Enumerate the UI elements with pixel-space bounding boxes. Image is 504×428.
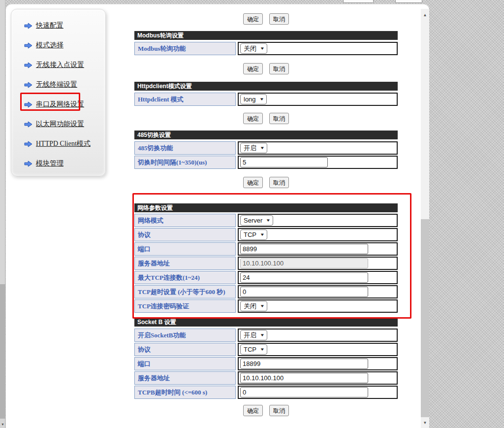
button-row: 确定 取消: [134, 13, 398, 25]
chevron-down-icon: ▼: [260, 304, 265, 308]
ok-button[interactable]: 确定: [243, 63, 263, 74]
button-row: 确定 取消: [134, 113, 398, 124]
scroll-down-icon[interactable]: ▼: [421, 419, 429, 427]
section-header-socket-b: Socket B 设置: [134, 318, 398, 327]
content-scrollbar-thumb[interactable]: [421, 219, 429, 417]
content-scrollbar[interactable]: ▲ ▼: [421, 9, 429, 428]
page-background: ▼ 快速配置 模式选择 无线接入点设置 无线终端设置 串口及网络设置 以太网功能: [0, 0, 504, 428]
sidebar-item-ethernet[interactable]: 以太网功能设置: [24, 114, 105, 134]
ok-button[interactable]: 确定: [243, 177, 263, 188]
network-mode-select[interactable]: Server▼: [240, 215, 273, 226]
chevron-down-icon: ▼: [260, 146, 265, 150]
row-value: TCP▼: [238, 343, 398, 356]
cancel-button[interactable]: 取消: [269, 113, 289, 124]
sidebar-item-label[interactable]: 串口及网络设置: [36, 100, 84, 109]
sidebar-item-module-mgmt[interactable]: 模块管理: [24, 154, 105, 173]
httpdclient-mode-select[interactable]: long▼: [240, 94, 267, 104]
row-label: TCPB超时时间 (<=600 s): [134, 386, 236, 399]
row-value: 开启▼: [238, 141, 398, 155]
protocol-select[interactable]: TCP▼: [240, 230, 267, 240]
arrow-right-icon: [24, 121, 32, 128]
chevron-down-icon: ▼: [260, 333, 265, 337]
arrow-right-icon: [24, 82, 32, 88]
section-header-httpdclient: Httpdclient模式设置: [134, 82, 398, 91]
sidebar-item-serial-network[interactable]: 串口及网络设置: [24, 95, 105, 114]
button-row: 确定 取消: [134, 63, 398, 74]
tcp-timeout-input[interactable]: [240, 287, 368, 297]
ok-button[interactable]: 确定: [243, 405, 263, 416]
sidebar-item-mode-select[interactable]: 模式选择: [24, 35, 105, 55]
arrow-right-icon: [24, 62, 32, 68]
chevron-down-icon: ▼: [260, 347, 265, 352]
row-label: TCP连接密码验证: [134, 299, 236, 313]
left-frame-scrollbar[interactable]: ▼: [0, 0, 5, 428]
socketb-port-input[interactable]: [240, 359, 368, 369]
row-value: [238, 242, 398, 256]
chevron-down-icon: ▼: [260, 46, 265, 51]
row-value: [238, 371, 398, 385]
cancel-button[interactable]: 取消: [269, 405, 289, 416]
row-label: 端口: [134, 242, 236, 256]
ok-button[interactable]: 确定: [243, 13, 263, 25]
row-label: Httpdclient 模式: [134, 93, 236, 106]
sidebar-item-label[interactable]: HTTPD Client模式: [36, 139, 91, 148]
cutoff-ok-button[interactable]: [343, 0, 374, 3]
cancel-button[interactable]: 取消: [269, 63, 289, 74]
arrow-right-icon: [24, 161, 32, 167]
arrow-right-icon: [24, 141, 32, 147]
section-header-network-params: 网络参数设置: [134, 203, 398, 212]
row-label: 服务器地址: [134, 257, 236, 270]
row-label: 最大TCP连接数(1~24): [134, 271, 236, 284]
row-value: [238, 271, 398, 284]
sidebar-item-label[interactable]: 无线接入点设置: [36, 61, 84, 69]
sidebar-item-httpd-client[interactable]: HTTPD Client模式: [24, 134, 105, 154]
tcp-password-auth-select[interactable]: 关闭▼: [240, 301, 267, 311]
ok-button[interactable]: 确定: [243, 113, 263, 124]
cutoff-cancel-button[interactable]: [395, 0, 422, 3]
tcpb-timeout-input[interactable]: [240, 387, 368, 397]
row-value: 开启▼: [238, 329, 398, 342]
cancel-button[interactable]: 取消: [269, 13, 289, 25]
485-switch-select[interactable]: 开启▼: [240, 143, 267, 153]
row-label: TCP超时设置 (小于等于600 秒): [134, 285, 236, 298]
sidebar-item-wireless-ap[interactable]: 无线接入点设置: [24, 55, 105, 75]
arrow-right-icon: [24, 42, 32, 49]
socketb-enable-select[interactable]: 开启▼: [240, 330, 267, 340]
scroll-down-icon[interactable]: ▼: [0, 422, 5, 427]
section-header-modbus: Modbus轮询设置: [134, 31, 398, 40]
arrow-right-icon: [24, 23, 32, 29]
chevron-down-icon: ▼: [266, 218, 271, 223]
row-value: [238, 156, 398, 169]
row-label: 切换时间间隔(1~350)(us): [134, 156, 236, 169]
sidebar-item-label[interactable]: 以太网功能设置: [36, 120, 84, 129]
row-label: 485切换功能: [134, 141, 236, 155]
section-header-485: 485切换设置: [134, 131, 398, 139]
sidebar-item-quick-config[interactable]: 快速配置: [24, 16, 105, 35]
row-label: 服务器地址: [134, 371, 236, 385]
left-scrollbar-thumb[interactable]: [0, 284, 5, 419]
row-label: 端口: [134, 357, 236, 370]
row-value: Server▼: [238, 214, 398, 227]
socketb-server-address-input[interactable]: [240, 373, 368, 383]
socketb-protocol-select[interactable]: TCP▼: [240, 344, 267, 355]
row-value: 关闭▼: [238, 42, 398, 55]
sidebar-item-label[interactable]: 快速配置: [36, 21, 63, 30]
sidebar-item-wireless-sta[interactable]: 无线终端设置: [24, 75, 105, 95]
modbus-poll-select[interactable]: 关闭▼: [240, 43, 267, 54]
sidebar-item-label[interactable]: 模式选择: [36, 41, 63, 50]
row-value: [238, 386, 398, 399]
row-label: 协议: [134, 343, 236, 356]
row-value: [238, 357, 398, 370]
switch-interval-input[interactable]: [240, 157, 328, 167]
cancel-button[interactable]: 取消: [269, 177, 289, 188]
scroll-up-icon[interactable]: ▲: [421, 11, 429, 19]
row-label: 协议: [134, 228, 236, 241]
chevron-down-icon: ▼: [260, 232, 265, 237]
sidebar-item-label[interactable]: 无线终端设置: [36, 80, 77, 89]
row-value: [238, 257, 398, 270]
row-label: 开启SocketB功能: [134, 329, 236, 342]
row-value: [238, 285, 398, 298]
sidebar-item-label[interactable]: 模块管理: [36, 159, 63, 168]
max-tcp-connections-input[interactable]: [240, 272, 368, 283]
port-input[interactable]: [240, 244, 368, 254]
